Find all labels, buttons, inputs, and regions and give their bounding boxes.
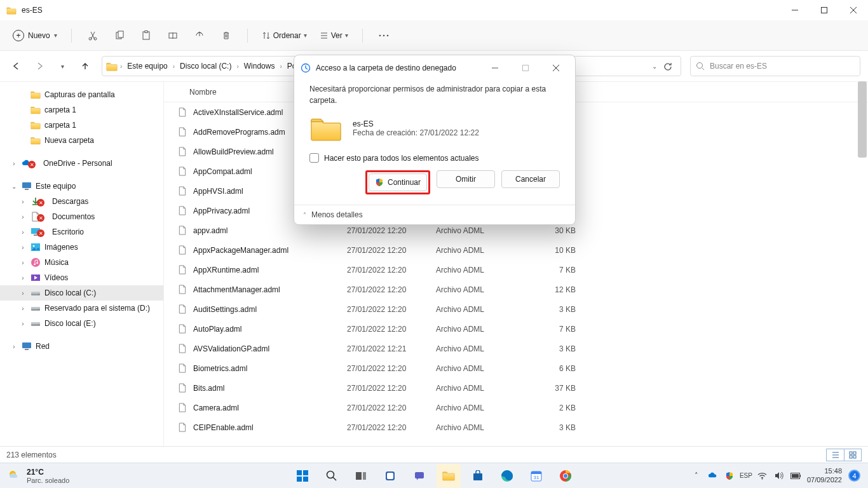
sidebar-item[interactable]: Capturas de pantalla: [0, 87, 163, 102]
sidebar-item[interactable]: ›✕Documentos: [0, 209, 163, 224]
chrome-button[interactable]: [553, 464, 578, 488]
calendar-button[interactable]: 31: [524, 464, 548, 488]
nav-back[interactable]: [8, 57, 25, 75]
chevron-right-icon[interactable]: ›: [19, 244, 27, 251]
explorer-button[interactable]: [437, 464, 461, 488]
sidebar-item[interactable]: ›✕Escritorio: [0, 224, 163, 240]
svg-text:31: 31: [534, 475, 539, 480]
sidebar-item[interactable]: carpeta 1: [0, 118, 163, 133]
dialog-maximize[interactable]: [513, 59, 538, 77]
scrollbar[interactable]: [858, 81, 867, 445]
copy-button[interactable]: [107, 25, 132, 46]
sidebar-item[interactable]: ›Disco local (E:): [0, 316, 163, 331]
file-row[interactable]: Biometrics.adml27/01/2022 12:20Archivo A…: [164, 358, 868, 378]
view-button[interactable]: Ver ▾: [315, 29, 353, 43]
file-row[interactable]: AVSValidationGP.adml27/01/2022 12:21Arch…: [164, 339, 868, 358]
chevron-right-icon[interactable]: ›: [19, 259, 27, 266]
clock[interactable]: 15:48 07/09/2022: [807, 467, 842, 484]
tray-language-icon[interactable]: ESP: [741, 471, 751, 481]
view-large-toggle[interactable]: [844, 449, 862, 461]
sidebar-item[interactable]: ›Vídeos: [0, 270, 163, 285]
tray-battery-icon[interactable]: [790, 471, 801, 481]
svg-rect-48: [387, 473, 393, 479]
file-row[interactable]: Camera.adml27/01/2022 12:20Archivo ADML2…: [164, 398, 868, 417]
more-button[interactable]: [372, 25, 396, 46]
tray-chevron-icon[interactable]: ˄: [691, 471, 702, 481]
sidebar-item-onedrive[interactable]: › ✕ OneDrive - Personal: [0, 156, 163, 171]
nav-forward[interactable]: [31, 57, 48, 75]
clock-icon: [301, 63, 311, 73]
cut-button[interactable]: [81, 25, 105, 46]
chevron-down-icon[interactable]: ⌄: [10, 183, 18, 190]
dialog-close[interactable]: [543, 59, 569, 77]
tray-security-icon[interactable]: [724, 471, 735, 481]
sidebar-item[interactable]: carpeta 1: [0, 102, 163, 118]
chat-button[interactable]: [407, 464, 431, 488]
nav-up[interactable]: [76, 57, 94, 75]
dialog-folder-meta: Fecha de creación: 27/01/2022 12:22: [353, 128, 479, 137]
sidebar-item-network[interactable]: › Red: [0, 339, 163, 354]
share-button[interactable]: [187, 25, 212, 46]
edge-button[interactable]: [495, 464, 519, 488]
document-icon: [177, 363, 188, 373]
chevron-right-icon[interactable]: ›: [19, 305, 27, 312]
view-details-toggle[interactable]: [826, 449, 844, 461]
chevron-right-icon[interactable]: ›: [10, 160, 18, 167]
new-button[interactable]: + Nuevo ▾: [8, 27, 62, 44]
weather-temp: 21°C: [27, 468, 69, 477]
start-button[interactable]: [290, 464, 315, 488]
weather-widget[interactable]: 21°C Parc. soleado: [8, 468, 69, 484]
tray-onedrive-icon[interactable]: [708, 471, 718, 481]
refresh-icon[interactable]: [663, 62, 673, 71]
file-row[interactable]: AppxPackageManager.adml27/01/2022 12:20A…: [164, 240, 868, 260]
sidebar-item-thispc[interactable]: ⌄ Este equipo: [0, 179, 163, 194]
rename-button[interactable]: [161, 25, 185, 46]
paste-button[interactable]: [134, 25, 158, 46]
sidebar-item[interactable]: ›Disco local (C:): [0, 285, 163, 301]
window-maximize[interactable]: [810, 0, 839, 20]
cancel-button[interactable]: Cancelar: [501, 170, 560, 188]
chevron-down-icon[interactable]: ⌄: [652, 63, 657, 70]
search-input[interactable]: Buscar en es-ES: [690, 56, 860, 76]
chevron-right-icon[interactable]: ›: [19, 214, 27, 220]
scrollbar-thumb[interactable]: [858, 81, 867, 158]
chevron-right-icon[interactable]: ›: [19, 290, 27, 297]
chevron-right-icon[interactable]: ›: [19, 198, 27, 205]
sidebar-item[interactable]: ›Música: [0, 255, 163, 270]
delete-button[interactable]: [214, 25, 238, 46]
tray-wifi-icon[interactable]: [757, 471, 768, 481]
sidebar-item[interactable]: ›Imágenes: [0, 240, 163, 255]
sidebar-item[interactable]: Nueva carpeta: [0, 133, 163, 148]
file-row[interactable]: AutoPlay.adml27/01/2022 12:20Archivo ADM…: [164, 319, 868, 339]
plus-icon: +: [13, 30, 24, 41]
file-row[interactable]: AttachmentManager.adml27/01/2022 12:20Ar…: [164, 280, 868, 299]
chevron-right-icon[interactable]: ›: [19, 229, 27, 236]
search-button[interactable]: [320, 464, 344, 488]
notification-badge[interactable]: 4: [848, 470, 860, 482]
sidebar-item[interactable]: ›✕Descargas: [0, 194, 163, 209]
file-row[interactable]: AuditSettings.adml27/01/2022 12:20Archiv…: [164, 299, 868, 319]
breadcrumb-item[interactable]: Este equipo: [125, 60, 170, 72]
file-row[interactable]: Bits.adml27/01/2022 12:20Archivo ADML37 …: [164, 378, 868, 398]
sidebar-item[interactable]: ›Reservado para el sistema (D:): [0, 301, 163, 316]
nav-recent[interactable]: ▾: [53, 57, 71, 75]
do-for-all-checkbox[interactable]: [309, 153, 319, 163]
dialog-minimize[interactable]: [482, 59, 508, 77]
file-row[interactable]: CEIPEnable.adml27/01/2022 12:20Archivo A…: [164, 417, 868, 437]
breadcrumb-item[interactable]: Disco local (C:): [177, 60, 234, 72]
chevron-right-icon[interactable]: ›: [10, 343, 18, 350]
widgets-button[interactable]: [378, 464, 402, 488]
tray-volume-icon[interactable]: [774, 471, 784, 481]
breadcrumb-item[interactable]: Windows: [241, 60, 278, 72]
taskview-button[interactable]: [349, 464, 373, 488]
continue-button[interactable]: Continuar: [369, 173, 427, 191]
store-button[interactable]: [466, 464, 490, 488]
chevron-right-icon[interactable]: ›: [19, 320, 27, 327]
sort-button[interactable]: Ordenar ▾: [257, 29, 312, 43]
window-minimize[interactable]: [780, 0, 810, 20]
chevron-right-icon[interactable]: ›: [19, 274, 27, 281]
file-row[interactable]: AppXRuntime.adml27/01/2022 12:20Archivo …: [164, 260, 868, 280]
skip-button[interactable]: Omitir: [437, 170, 495, 188]
window-close[interactable]: [839, 0, 868, 20]
less-details-button[interactable]: Menos detalles: [311, 210, 363, 219]
